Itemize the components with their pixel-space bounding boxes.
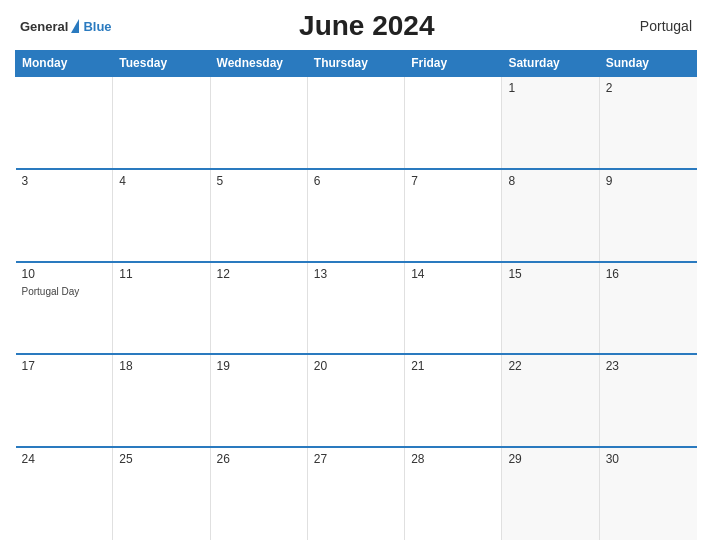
- weekday-header-row: Monday Tuesday Wednesday Thursday Friday…: [16, 51, 697, 77]
- day-cell-3-4: 13: [307, 262, 404, 355]
- day-cell-2-3: 5: [210, 169, 307, 262]
- country-label: Portugal: [622, 18, 692, 34]
- day-number: 15: [508, 267, 592, 281]
- day-number: 25: [119, 452, 203, 466]
- day-number: 20: [314, 359, 398, 373]
- day-number: 22: [508, 359, 592, 373]
- day-cell-4-3: 19: [210, 354, 307, 447]
- day-cell-5-6: 29: [502, 447, 599, 540]
- day-number: 12: [217, 267, 301, 281]
- logo-general-text: General: [20, 19, 68, 34]
- day-cell-4-2: 18: [113, 354, 210, 447]
- day-cell-2-2: 4: [113, 169, 210, 262]
- day-number: 11: [119, 267, 203, 281]
- day-cell-3-7: 16: [599, 262, 696, 355]
- day-cell-2-6: 8: [502, 169, 599, 262]
- day-number: 26: [217, 452, 301, 466]
- day-cell-3-5: 14: [405, 262, 502, 355]
- day-number: 21: [411, 359, 495, 373]
- day-cell-4-5: 21: [405, 354, 502, 447]
- logo-blue-text: Blue: [83, 19, 111, 34]
- day-cell-5-1: 24: [16, 447, 113, 540]
- day-number: 5: [217, 174, 301, 188]
- calendar-header: General Blue June 2024 Portugal: [15, 10, 697, 42]
- header-monday: Monday: [16, 51, 113, 77]
- day-number: 1: [508, 81, 592, 95]
- day-number: 14: [411, 267, 495, 281]
- holiday-label: Portugal Day: [22, 286, 80, 297]
- calendar-container: General Blue June 2024 Portugal Monday T…: [0, 0, 712, 550]
- day-number: 2: [606, 81, 691, 95]
- day-cell-1-7: 2: [599, 76, 696, 169]
- day-cell-2-5: 7: [405, 169, 502, 262]
- day-cell-1-5: [405, 76, 502, 169]
- day-cell-1-3: [210, 76, 307, 169]
- header-tuesday: Tuesday: [113, 51, 210, 77]
- day-cell-3-3: 12: [210, 262, 307, 355]
- day-number: 24: [22, 452, 107, 466]
- day-cell-5-7: 30: [599, 447, 696, 540]
- day-number: 9: [606, 174, 691, 188]
- header-wednesday: Wednesday: [210, 51, 307, 77]
- day-cell-1-1: [16, 76, 113, 169]
- header-sunday: Sunday: [599, 51, 696, 77]
- day-number: 27: [314, 452, 398, 466]
- week-row-3: 10Portugal Day111213141516: [16, 262, 697, 355]
- header-friday: Friday: [405, 51, 502, 77]
- day-number: 8: [508, 174, 592, 188]
- day-number: 18: [119, 359, 203, 373]
- week-row-2: 3456789: [16, 169, 697, 262]
- day-cell-2-1: 3: [16, 169, 113, 262]
- day-cell-5-3: 26: [210, 447, 307, 540]
- day-number: 7: [411, 174, 495, 188]
- day-cell-1-2: [113, 76, 210, 169]
- day-number: 17: [22, 359, 107, 373]
- day-number: 10: [22, 267, 107, 281]
- day-cell-4-4: 20: [307, 354, 404, 447]
- day-cell-1-4: [307, 76, 404, 169]
- logo: General Blue: [20, 17, 112, 35]
- day-number: 16: [606, 267, 691, 281]
- day-number: 13: [314, 267, 398, 281]
- day-cell-4-6: 22: [502, 354, 599, 447]
- day-number: 3: [22, 174, 107, 188]
- day-cell-5-5: 28: [405, 447, 502, 540]
- week-row-4: 17181920212223: [16, 354, 697, 447]
- week-row-5: 24252627282930: [16, 447, 697, 540]
- header-saturday: Saturday: [502, 51, 599, 77]
- day-cell-5-4: 27: [307, 447, 404, 540]
- day-cell-3-6: 15: [502, 262, 599, 355]
- day-number: 28: [411, 452, 495, 466]
- day-number: 4: [119, 174, 203, 188]
- week-row-1: 12: [16, 76, 697, 169]
- day-cell-5-2: 25: [113, 447, 210, 540]
- day-cell-4-7: 23: [599, 354, 696, 447]
- day-cell-3-1: 10Portugal Day: [16, 262, 113, 355]
- day-number: 30: [606, 452, 691, 466]
- day-number: 29: [508, 452, 592, 466]
- logo-triangle-icon: [71, 19, 79, 33]
- month-title: June 2024: [112, 10, 622, 42]
- day-cell-2-4: 6: [307, 169, 404, 262]
- day-number: 6: [314, 174, 398, 188]
- day-cell-3-2: 11: [113, 262, 210, 355]
- day-cell-4-1: 17: [16, 354, 113, 447]
- day-number: 23: [606, 359, 691, 373]
- calendar-table: Monday Tuesday Wednesday Thursday Friday…: [15, 50, 697, 540]
- day-cell-1-6: 1: [502, 76, 599, 169]
- day-cell-2-7: 9: [599, 169, 696, 262]
- day-number: 19: [217, 359, 301, 373]
- header-thursday: Thursday: [307, 51, 404, 77]
